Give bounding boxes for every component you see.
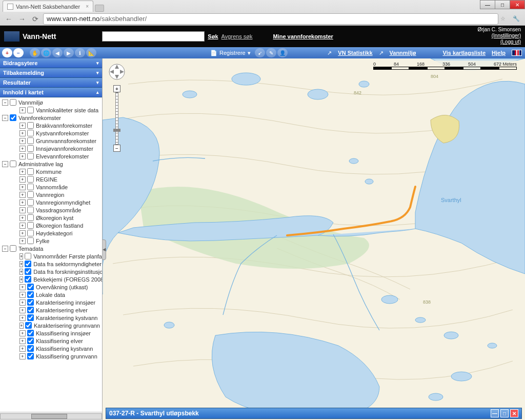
expand-icon[interactable]: + [19, 276, 23, 283]
tree-item-vannforekomster[interactable]: −Vannforekomster [0, 114, 102, 122]
layer-checkbox[interactable] [27, 222, 34, 229]
expand-icon[interactable]: + [19, 215, 26, 221]
hjelp-link[interactable]: Hjelp [492, 50, 506, 56]
layer-checkbox[interactable] [27, 214, 34, 221]
expand-icon[interactable]: + [19, 107, 26, 113]
vis-kartlagsliste-link[interactable]: Vis kartlagsliste [443, 50, 486, 56]
browser-tab[interactable]: Vann-Nett Saksbehandler × [3, 1, 93, 12]
layer-checkbox[interactable] [25, 253, 31, 259]
zoom-out-button[interactable]: − [13, 48, 24, 57]
tree-item-vannlokaliteter[interactable]: +Vannlokaliteter siste data [0, 106, 102, 114]
expand-icon[interactable]: + [19, 230, 26, 236]
zoom-track[interactable] [115, 92, 118, 145]
tree-item-lokale[interactable]: +Lokale data [0, 291, 102, 298]
layer-checkbox[interactable] [27, 353, 34, 359]
pan-compass[interactable] [109, 64, 125, 80]
forward-button[interactable]: → [16, 13, 28, 25]
tab-close-icon[interactable]: × [86, 4, 89, 9]
expand-icon[interactable]: + [19, 238, 26, 244]
mine-vannforekomster-link[interactable]: Mine vannforekomster [273, 33, 333, 39]
expand-icon[interactable]: + [19, 299, 26, 306]
sidebar-hscroll[interactable] [0, 412, 102, 420]
expand-icon[interactable]: + [19, 330, 26, 336]
new-tab-button[interactable] [95, 5, 104, 12]
layer-checkbox[interactable] [27, 314, 34, 321]
advanced-search-link[interactable]: Avgrens søk [221, 33, 253, 39]
registrere-menu[interactable]: 📄 Registrere ▾ [210, 50, 251, 56]
layer-checkbox[interactable] [27, 199, 34, 206]
tree-item-vannregion[interactable]: +Vannregion [0, 191, 102, 198]
layer-checkbox[interactable] [27, 207, 34, 213]
tree-item-vannomrader-forste[interactable]: +Vannområder Første planfase [0, 252, 102, 260]
layer-checkbox[interactable] [10, 114, 16, 121]
map-canvas[interactable]: ◀ + − 0 84 168 336 504 672 Meters S [103, 58, 525, 420]
accordion-bidragsytere[interactable]: Bidragsytere▾ [0, 58, 102, 68]
prev-extent-button[interactable]: ◀ [52, 48, 63, 57]
tree-item-klass-elver[interactable]: +Klassifisering elver [0, 337, 102, 345]
tree-item-admin[interactable]: −Administrative lag [0, 160, 102, 168]
panel-maximize[interactable]: □ [500, 409, 509, 417]
info-button[interactable]: ℹ [75, 48, 85, 57]
layer-checkbox[interactable] [25, 322, 32, 329]
layer-checkbox[interactable] [27, 291, 34, 298]
accordion-tilbakemelding[interactable]: Tilbakemelding▾ [0, 68, 102, 78]
expand-icon[interactable]: + [19, 138, 26, 144]
expand-icon[interactable]: + [19, 199, 26, 206]
panel-close[interactable]: ✕ [510, 409, 518, 417]
tree-item-kyst[interactable]: +Kystvannforekomster [0, 129, 102, 137]
layer-checkbox[interactable] [25, 276, 31, 283]
settings-icon[interactable]: 🔧 [511, 13, 522, 25]
expand-icon[interactable]: + [19, 261, 23, 267]
globe-button[interactable]: 🌐 [41, 48, 51, 57]
layer-checkbox[interactable] [27, 122, 34, 129]
tree-item-data-sektor[interactable]: +Data fra sektormyndigheter [0, 260, 102, 268]
collapse-icon[interactable]: − [2, 115, 8, 121]
sidebar-collapse-handle[interactable]: ◀ [103, 239, 106, 260]
layer-checkbox[interactable] [10, 245, 16, 252]
tree-item-data-forsk[interactable]: +Data fra forskningsinstitusjoner [0, 268, 102, 275]
expand-icon[interactable]: + [19, 223, 26, 229]
tree-item-overvakning[interactable]: +Overvåkning (utkast) [0, 283, 102, 291]
tree-item-vannregionmynd[interactable]: +Vannregionmyndighet [0, 198, 102, 206]
settings-link[interactable]: (Innstillinger) [478, 33, 521, 39]
expand-icon[interactable]: + [19, 269, 23, 275]
tree-item-oko-fastland[interactable]: +Økoregion fastland [0, 222, 102, 229]
zoom-slider[interactable]: + − [114, 85, 120, 152]
tree-item-vannmiljo[interactable]: −Vannmiljø [0, 98, 102, 106]
expand-icon[interactable]: + [19, 338, 26, 344]
layer-checkbox[interactable] [10, 99, 16, 106]
flag-uk-icon[interactable] [512, 50, 522, 56]
add-user-button[interactable]: 👤 [277, 48, 288, 57]
layer-checkbox[interactable] [27, 168, 34, 175]
tree-item-innsjo[interactable]: +Innsjøvannforekomster [0, 145, 102, 152]
measure-button[interactable]: 📐 [86, 48, 96, 57]
tree-item-vannomrade[interactable]: +Vannområde [0, 183, 102, 191]
zoom-out-icon[interactable]: − [113, 145, 120, 152]
window-minimize[interactable]: — [480, 0, 495, 9]
window-maximize[interactable]: □ [495, 0, 510, 9]
edit-arrow-button[interactable]: ➹ [255, 48, 265, 57]
layer-checkbox[interactable] [27, 191, 34, 198]
layer-checkbox[interactable] [27, 230, 34, 236]
expand-icon[interactable]: + [19, 253, 23, 259]
layer-checkbox[interactable] [27, 130, 34, 136]
expand-icon[interactable]: + [19, 123, 26, 129]
tree-item-regine[interactable]: +REGINE [0, 175, 102, 183]
bookmark-icon[interactable]: ☆ [500, 15, 509, 22]
collapse-icon[interactable]: − [2, 99, 8, 106]
collapse-icon[interactable]: − [2, 246, 8, 252]
tree-item-klass-kystvann[interactable]: +Klassifisering kystvann [0, 345, 102, 352]
tree-item-kar-kystvann[interactable]: +Karakterisering kystvann [0, 314, 102, 322]
window-close[interactable]: ✕ [510, 0, 525, 9]
expand-icon[interactable]: + [19, 284, 26, 290]
url-bar[interactable]: www.vann-nett.no/saksbehandler/ [43, 13, 498, 25]
expand-icon[interactable]: + [19, 346, 26, 352]
layer-checkbox[interactable] [25, 261, 31, 267]
search-button[interactable]: Søk [208, 33, 218, 39]
layer-checkbox[interactable] [10, 161, 16, 167]
expand-icon[interactable]: + [19, 169, 26, 175]
tree-item-kar-elver[interactable]: +Karakterisering elver [0, 306, 102, 314]
layer-checkbox[interactable] [27, 184, 34, 190]
layer-checkbox[interactable] [25, 268, 31, 275]
expand-icon[interactable]: + [19, 315, 26, 321]
